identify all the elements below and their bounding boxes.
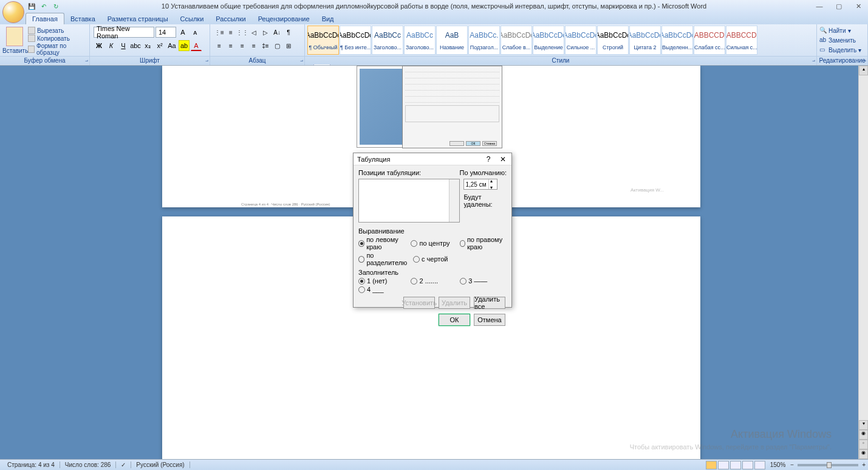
leader-4-radio[interactable]: 4 ___	[358, 286, 413, 293]
sort-button[interactable]: A↓	[272, 27, 282, 38]
style-item[interactable]: AaBbCcЗаголово...	[372, 26, 403, 55]
tab-review[interactable]: Рецензирование	[252, 13, 316, 24]
style-item[interactable]: AABBCCDCСильная с...	[726, 26, 757, 55]
word-count[interactable]: Число слов: 286	[60, 461, 117, 468]
leader-3-radio[interactable]: 3 ——	[460, 277, 507, 285]
line-spacing-button[interactable]: ‡≡	[260, 40, 271, 51]
highlight-button[interactable]: ab	[179, 40, 190, 51]
align-right-button[interactable]: ≡	[237, 40, 248, 51]
scroll-up-button[interactable]: ▴	[859, 66, 868, 75]
italic-button[interactable]: К	[106, 40, 117, 51]
close-button[interactable]: ✕	[851, 1, 866, 11]
office-button[interactable]	[2, 1, 24, 23]
cut-button[interactable]: Вырезать	[28, 27, 86, 34]
language-status[interactable]: Русский (Россия)	[131, 461, 190, 468]
font-size-combo[interactable]: 14	[155, 27, 176, 38]
multilevel-button[interactable]: ⋮⋮	[237, 27, 248, 38]
cancel-button[interactable]: Отмена	[474, 314, 505, 326]
show-marks-button[interactable]: ¶	[283, 27, 294, 38]
tab-view[interactable]: Вид	[316, 13, 340, 24]
align-center-radio[interactable]: по центру	[411, 236, 460, 251]
set-button[interactable]: Установить	[403, 297, 435, 309]
strike-button[interactable]: abc	[130, 40, 141, 51]
style-item[interactable]: AaBbCcDcВыделение	[533, 26, 564, 55]
help-button[interactable]: ?	[481, 154, 496, 165]
close-button[interactable]: ✕	[496, 154, 510, 165]
tab-layout[interactable]: Разметка страницы	[101, 13, 174, 24]
web-layout-view[interactable]	[730, 461, 741, 469]
style-item[interactable]: AaBНазвание	[436, 26, 468, 55]
align-decimal-radio[interactable]: по разделителю	[358, 252, 413, 266]
next-page-button[interactable]: ◉	[859, 449, 868, 459]
tab-insert[interactable]: Вставка	[64, 13, 101, 24]
align-left-radio[interactable]: по левому краю	[358, 236, 411, 251]
ok-button[interactable]: ОК	[439, 314, 470, 326]
tab-positions-listbox[interactable]	[358, 179, 460, 223]
undo-icon[interactable]: ↶	[39, 1, 49, 11]
zoom-slider[interactable]	[798, 464, 858, 466]
style-item[interactable]: AaBbCcDcСтрогий	[597, 26, 629, 55]
style-item[interactable]: AaBbCcDcСлабое в...	[501, 26, 532, 55]
style-item[interactable]: AaBbCcDcВыделенн...	[661, 26, 693, 55]
copy-button[interactable]: Копировать	[28, 35, 86, 42]
tab-home[interactable]: Главная	[26, 13, 64, 24]
spell-check-icon[interactable]: ✓	[116, 461, 131, 468]
borders-button[interactable]: ⊞	[283, 40, 294, 51]
font-color-button[interactable]: A	[191, 40, 202, 51]
full-screen-view[interactable]	[718, 461, 729, 469]
draft-view[interactable]	[754, 461, 765, 469]
dialog-titlebar[interactable]: Табуляция ? ✕	[354, 153, 511, 165]
style-item[interactable]: AaBbCc.Подзагол...	[468, 26, 500, 55]
format-painter-button[interactable]: Формат по образцу	[28, 43, 86, 56]
font-name-combo[interactable]: Times New Roman	[94, 27, 154, 38]
style-item[interactable]: AaBbCcDc¶ Без инте...	[340, 26, 371, 55]
shrink-font-button[interactable]: ᴀ	[190, 27, 200, 38]
subscript-button[interactable]: x₂	[142, 40, 153, 51]
justify-button[interactable]: ≡	[248, 40, 259, 51]
select-button[interactable]: ▭Выделить ▾	[819, 46, 865, 54]
default-tab-spinner[interactable]: 1,25 см	[463, 179, 497, 190]
find-button[interactable]: 🔍Найти ▾	[819, 27, 865, 34]
save-icon[interactable]: 💾	[27, 1, 36, 11]
indent-inc-button[interactable]: ▷	[260, 27, 271, 38]
align-bar-radio[interactable]: с чертой	[413, 252, 464, 266]
tab-mailings[interactable]: Рассылки	[210, 13, 251, 24]
align-right-radio[interactable]: по правому краю	[460, 236, 507, 251]
clear-all-button[interactable]: Удалить все	[474, 297, 505, 309]
leader-2-radio[interactable]: 2 .......	[411, 277, 460, 285]
print-layout-view[interactable]	[706, 461, 717, 469]
style-item[interactable]: AABBCCDCСлабая сс...	[694, 26, 725, 55]
browse-object-button[interactable]: ◦	[859, 440, 868, 449]
underline-button[interactable]: Ч	[118, 40, 129, 51]
clear-button[interactable]: Удалить	[439, 297, 470, 309]
redo-icon[interactable]: ↻	[51, 1, 61, 11]
leader-1-radio[interactable]: 1 (нет)	[358, 277, 411, 285]
style-gallery[interactable]: AaBbCcDc¶ ОбычныйAaBbCcDc¶ Без инте...Aa…	[307, 26, 814, 55]
numbering-button[interactable]: ≡	[225, 27, 236, 38]
zoom-out-button[interactable]: −	[790, 461, 794, 468]
grow-font-button[interactable]: A	[177, 27, 188, 38]
superscript-button[interactable]: x²	[154, 40, 165, 51]
prev-page-button[interactable]: ◉	[859, 430, 868, 440]
vertical-scrollbar[interactable]: ▴ ▾ ◉ ◦ ◉	[858, 66, 868, 459]
style-item[interactable]: AaBbCcDcСильное ...	[565, 26, 596, 55]
zoom-level[interactable]: 150%	[767, 461, 790, 468]
style-item[interactable]: AaBbCcDcЦитата 2	[629, 26, 661, 55]
scroll-down-button[interactable]: ▾	[859, 420, 868, 430]
bullets-button[interactable]: ⋮≡	[214, 27, 225, 38]
change-case-button[interactable]: Aa	[166, 40, 177, 51]
tab-references[interactable]: Ссылки	[174, 13, 210, 24]
bold-button[interactable]: Ж	[94, 40, 104, 51]
align-center-button[interactable]: ≡	[225, 40, 236, 51]
indent-dec-button[interactable]: ◁	[248, 27, 259, 38]
shading-button[interactable]: ▢	[272, 40, 282, 51]
replace-button[interactable]: abЗаменить	[819, 36, 865, 44]
zoom-in-button[interactable]: +	[862, 461, 866, 468]
outline-view[interactable]	[742, 461, 753, 469]
spinner-buttons[interactable]	[488, 179, 497, 189]
minimize-button[interactable]: —	[812, 1, 827, 11]
style-item[interactable]: AaBbCcЗаголово...	[404, 26, 436, 55]
maximize-button[interactable]: ▢	[832, 1, 846, 11]
style-item[interactable]: AaBbCcDc¶ Обычный	[307, 26, 339, 55]
align-left-button[interactable]: ≡	[214, 40, 225, 51]
